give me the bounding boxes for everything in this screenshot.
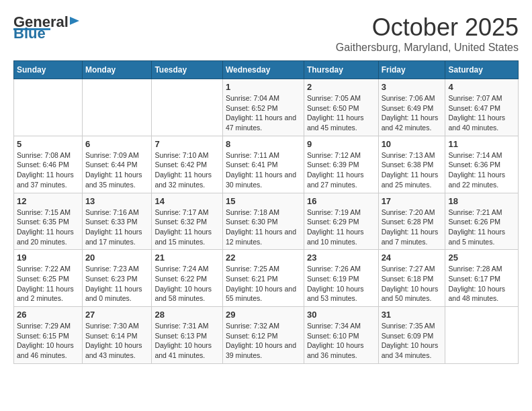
- calendar-cell: 5Sunrise: 7:08 AM Sunset: 6:46 PM Daylig…: [14, 136, 83, 193]
- header-tuesday: Tuesday: [152, 61, 223, 79]
- calendar-cell: 2Sunrise: 7:05 AM Sunset: 6:50 PM Daylig…: [304, 79, 378, 136]
- day-info: Sunrise: 7:06 AM Sunset: 6:49 PM Dayligh…: [382, 93, 443, 133]
- day-number: 25: [448, 253, 515, 263]
- logo-arrow-icon: [70, 14, 83, 28]
- header-wednesday: Wednesday: [222, 61, 304, 79]
- day-info: Sunrise: 7:17 AM Sunset: 6:32 PM Dayligh…: [154, 208, 220, 247]
- day-info: Sunrise: 7:25 AM Sunset: 6:21 PM Dayligh…: [226, 264, 301, 304]
- day-number: 20: [85, 253, 149, 263]
- day-info: Sunrise: 7:15 AM Sunset: 6:35 PM Dayligh…: [17, 208, 79, 247]
- calendar-table: SundayMondayTuesdayWednesdayThursdayFrid…: [13, 60, 519, 364]
- day-info: Sunrise: 7:19 AM Sunset: 6:29 PM Dayligh…: [307, 208, 375, 247]
- calendar-cell: 15Sunrise: 7:18 AM Sunset: 6:30 PM Dayli…: [222, 193, 304, 250]
- day-number: 13: [85, 196, 149, 206]
- day-info: Sunrise: 7:28 AM Sunset: 6:17 PM Dayligh…: [448, 264, 515, 304]
- calendar-cell: 26Sunrise: 7:29 AM Sunset: 6:15 PM Dayli…: [14, 307, 83, 364]
- day-info: Sunrise: 7:22 AM Sunset: 6:25 PM Dayligh…: [17, 264, 79, 304]
- calendar-cell: 28Sunrise: 7:31 AM Sunset: 6:13 PM Dayli…: [152, 307, 223, 364]
- logo-text-blue: Blue: [13, 25, 46, 42]
- day-number: 23: [307, 253, 375, 263]
- calendar-week-row: 1Sunrise: 7:04 AM Sunset: 6:52 PM Daylig…: [14, 79, 519, 136]
- calendar-cell: 20Sunrise: 7:23 AM Sunset: 6:23 PM Dayli…: [82, 250, 152, 307]
- day-number: 29: [226, 310, 301, 320]
- calendar-subtitle: Gaithersburg, Maryland, United States: [336, 42, 519, 54]
- calendar-cell: 1Sunrise: 7:04 AM Sunset: 6:52 PM Daylig…: [222, 79, 304, 136]
- calendar-week-row: 19Sunrise: 7:22 AM Sunset: 6:25 PM Dayli…: [14, 250, 519, 307]
- calendar-cell: 30Sunrise: 7:34 AM Sunset: 6:10 PM Dayli…: [304, 307, 378, 364]
- day-number: 24: [382, 253, 443, 263]
- calendar-cell: [82, 79, 152, 136]
- calendar-cell: 12Sunrise: 7:15 AM Sunset: 6:35 PM Dayli…: [14, 193, 83, 250]
- calendar-week-row: 12Sunrise: 7:15 AM Sunset: 6:35 PM Dayli…: [14, 193, 519, 250]
- day-number: 1: [226, 82, 301, 92]
- day-info: Sunrise: 7:26 AM Sunset: 6:19 PM Dayligh…: [307, 264, 375, 304]
- day-info: Sunrise: 7:07 AM Sunset: 6:47 PM Dayligh…: [448, 93, 515, 133]
- calendar-cell: 13Sunrise: 7:16 AM Sunset: 6:33 PM Dayli…: [82, 193, 152, 250]
- calendar-cell: [14, 79, 83, 136]
- day-number: 21: [154, 253, 220, 263]
- day-info: Sunrise: 7:23 AM Sunset: 6:23 PM Dayligh…: [85, 264, 149, 304]
- day-number: 4: [448, 82, 515, 92]
- calendar-cell: 17Sunrise: 7:20 AM Sunset: 6:28 PM Dayli…: [378, 193, 445, 250]
- calendar-cell: 29Sunrise: 7:32 AM Sunset: 6:12 PM Dayli…: [222, 307, 304, 364]
- calendar-week-row: 26Sunrise: 7:29 AM Sunset: 6:15 PM Dayli…: [14, 307, 519, 364]
- day-number: 6: [85, 139, 149, 149]
- calendar-cell: 25Sunrise: 7:28 AM Sunset: 6:17 PM Dayli…: [445, 250, 519, 307]
- header-monday: Monday: [82, 61, 152, 79]
- day-number: 31: [382, 310, 443, 320]
- calendar-cell: 21Sunrise: 7:24 AM Sunset: 6:22 PM Dayli…: [152, 250, 223, 307]
- day-number: 16: [307, 196, 375, 206]
- logo: General Blue: [13, 13, 83, 42]
- header-thursday: Thursday: [304, 61, 378, 79]
- day-number: 12: [17, 196, 79, 206]
- calendar-cell: 6Sunrise: 7:09 AM Sunset: 6:44 PM Daylig…: [82, 136, 152, 193]
- day-number: 10: [382, 139, 443, 149]
- calendar-cell: 19Sunrise: 7:22 AM Sunset: 6:25 PM Dayli…: [14, 250, 83, 307]
- calendar-cell: 11Sunrise: 7:14 AM Sunset: 6:36 PM Dayli…: [445, 136, 519, 193]
- day-info: Sunrise: 7:16 AM Sunset: 6:33 PM Dayligh…: [85, 208, 149, 247]
- day-number: 7: [154, 139, 220, 149]
- day-info: Sunrise: 7:35 AM Sunset: 6:09 PM Dayligh…: [382, 321, 443, 361]
- day-info: Sunrise: 7:27 AM Sunset: 6:18 PM Dayligh…: [382, 264, 443, 304]
- day-info: Sunrise: 7:20 AM Sunset: 6:28 PM Dayligh…: [382, 208, 443, 247]
- calendar-cell: 27Sunrise: 7:30 AM Sunset: 6:14 PM Dayli…: [82, 307, 152, 364]
- day-info: Sunrise: 7:09 AM Sunset: 6:44 PM Dayligh…: [85, 150, 149, 190]
- calendar-cell: 22Sunrise: 7:25 AM Sunset: 6:21 PM Dayli…: [222, 250, 304, 307]
- calendar-cell: [152, 79, 223, 136]
- header-sunday: Sunday: [14, 61, 83, 79]
- day-info: Sunrise: 7:14 AM Sunset: 6:36 PM Dayligh…: [448, 150, 515, 190]
- day-info: Sunrise: 7:18 AM Sunset: 6:30 PM Dayligh…: [226, 208, 301, 247]
- day-number: 27: [85, 310, 149, 320]
- calendar-cell: 7Sunrise: 7:10 AM Sunset: 6:42 PM Daylig…: [152, 136, 223, 193]
- day-number: 8: [226, 139, 301, 149]
- calendar-cell: 3Sunrise: 7:06 AM Sunset: 6:49 PM Daylig…: [378, 79, 445, 136]
- day-info: Sunrise: 7:21 AM Sunset: 6:26 PM Dayligh…: [448, 208, 515, 247]
- svg-marker-0: [70, 17, 79, 25]
- day-number: 26: [17, 310, 79, 320]
- calendar-header-row: SundayMondayTuesdayWednesdayThursdayFrid…: [14, 61, 519, 79]
- day-number: 14: [154, 196, 220, 206]
- calendar-cell: 18Sunrise: 7:21 AM Sunset: 6:26 PM Dayli…: [445, 193, 519, 250]
- calendar-cell: 24Sunrise: 7:27 AM Sunset: 6:18 PM Dayli…: [378, 250, 445, 307]
- calendar-cell: 9Sunrise: 7:12 AM Sunset: 6:39 PM Daylig…: [304, 136, 378, 193]
- day-info: Sunrise: 7:04 AM Sunset: 6:52 PM Dayligh…: [226, 93, 301, 133]
- day-number: 9: [307, 139, 375, 149]
- day-number: 17: [382, 196, 443, 206]
- day-info: Sunrise: 7:11 AM Sunset: 6:41 PM Dayligh…: [226, 150, 301, 190]
- day-number: 30: [307, 310, 375, 320]
- day-info: Sunrise: 7:12 AM Sunset: 6:39 PM Dayligh…: [307, 150, 375, 190]
- calendar-cell: 31Sunrise: 7:35 AM Sunset: 6:09 PM Dayli…: [378, 307, 445, 364]
- calendar-week-row: 5Sunrise: 7:08 AM Sunset: 6:46 PM Daylig…: [14, 136, 519, 193]
- day-info: Sunrise: 7:34 AM Sunset: 6:10 PM Dayligh…: [307, 321, 375, 361]
- day-info: Sunrise: 7:30 AM Sunset: 6:14 PM Dayligh…: [85, 321, 149, 361]
- calendar-cell: 4Sunrise: 7:07 AM Sunset: 6:47 PM Daylig…: [445, 79, 519, 136]
- header-friday: Friday: [378, 61, 445, 79]
- day-number: 5: [17, 139, 79, 149]
- calendar-title: October 2025: [336, 13, 519, 42]
- title-block: October 2025 Gaithersburg, Maryland, Uni…: [336, 13, 519, 54]
- calendar-cell: 10Sunrise: 7:13 AM Sunset: 6:38 PM Dayli…: [378, 136, 445, 193]
- calendar-cell: [445, 307, 519, 364]
- day-info: Sunrise: 7:31 AM Sunset: 6:13 PM Dayligh…: [154, 321, 220, 361]
- day-info: Sunrise: 7:08 AM Sunset: 6:46 PM Dayligh…: [17, 150, 79, 190]
- day-number: 28: [154, 310, 220, 320]
